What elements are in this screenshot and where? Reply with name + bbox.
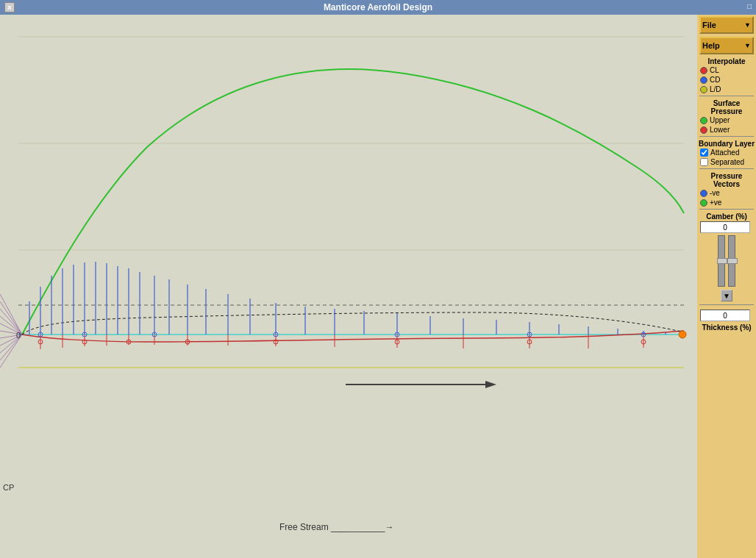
camber-input[interactable]: 0	[700, 221, 750, 233]
thickness-label: Thickness (%)	[697, 323, 756, 332]
camber-label: Camber (%)	[697, 212, 756, 221]
interpolate-label: Interpolate	[697, 57, 756, 65]
svg-rect-0	[0, 15, 691, 412]
camber-down-btn[interactable]: ▼	[721, 290, 732, 301]
surface-pressure-label: Surface Pressure	[697, 99, 756, 115]
svg-text:0: 0	[16, 331, 21, 340]
help-button[interactable]: Help ▼	[699, 37, 754, 54]
pressure-vectors-label: Pressure Vectors	[697, 172, 756, 188]
file-button[interactable]: File ▼	[699, 16, 754, 34]
thickness-input[interactable]: 0	[700, 310, 750, 321]
canvas-area: -2 -1 0 CP	[0, 15, 697, 558]
chart-svg: 0	[0, 15, 691, 412]
neg-ve-legend: -ve	[700, 189, 753, 197]
lower-legend: Lower	[700, 126, 753, 134]
pos-ve-legend: +ve	[700, 198, 753, 207]
attached-checkbox[interactable]	[700, 149, 708, 157]
app-title: Manticore Aerofoil Design	[324, 2, 432, 12]
separated-checkbox[interactable]	[700, 158, 708, 166]
ld-legend: L/D	[700, 85, 753, 93]
attached-checkbox-row: Attached	[700, 149, 753, 157]
cd-legend: CD	[700, 76, 753, 84]
separated-checkbox-row: Separated	[700, 158, 753, 166]
close-btn[interactable]: ×	[4, 2, 15, 12]
boundary-layer-label: Boundary Layer	[697, 140, 756, 148]
freestream-label: Free Stream ___________→	[279, 522, 393, 532]
separated-label: Separated	[710, 158, 744, 166]
right-panel: File ▼ Help ▼ Interpolate CL CD L/D Surf…	[697, 15, 756, 558]
cp-label: CP	[3, 483, 14, 492]
title-bar: × Manticore Aerofoil Design □	[0, 0, 756, 15]
maximize-btn[interactable]: □	[747, 2, 752, 10]
cl-legend: CL	[700, 66, 753, 74]
svg-point-79	[679, 331, 686, 338]
attached-label: Attached	[710, 149, 739, 157]
upper-legend: Upper	[700, 116, 753, 124]
